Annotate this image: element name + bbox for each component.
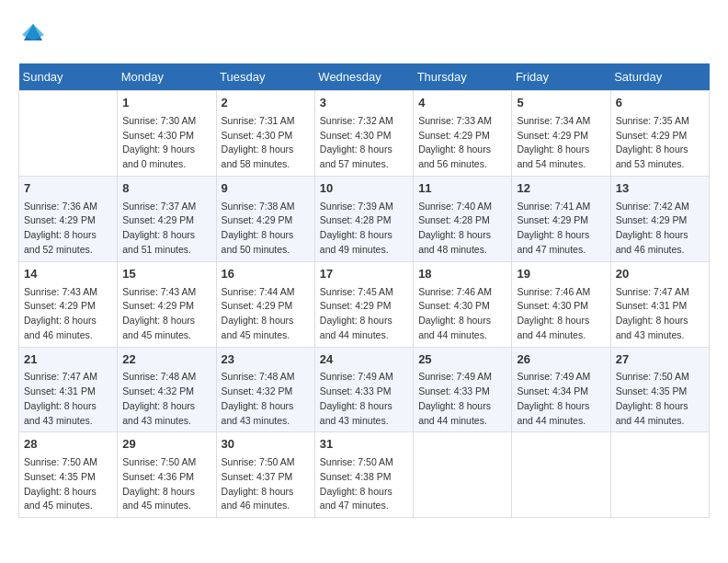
day-number: 27 — [616, 351, 704, 369]
calendar-day-cell — [610, 432, 709, 518]
day-info: Sunrise: 7:38 AMSunset: 4:29 PMDaylight:… — [222, 200, 310, 258]
calendar-day-cell: 25Sunrise: 7:49 AMSunset: 4:33 PMDayligh… — [414, 347, 512, 432]
day-number: 7 — [24, 180, 112, 198]
calendar-day-cell: 12Sunrise: 7:41 AMSunset: 4:29 PMDayligh… — [512, 176, 610, 261]
day-info: Sunrise: 7:44 AMSunset: 4:29 PMDaylight:… — [222, 285, 310, 343]
day-number: 5 — [517, 95, 605, 112]
day-info: Sunrise: 7:33 AMSunset: 4:29 PMDaylight:… — [418, 114, 506, 172]
day-number: 16 — [222, 266, 310, 283]
calendar-day-cell: 3Sunrise: 7:32 AMSunset: 4:30 PMDaylight… — [314, 91, 413, 177]
day-info: Sunrise: 7:46 AMSunset: 4:30 PMDaylight:… — [517, 285, 605, 343]
day-info: Sunrise: 7:48 AMSunset: 4:32 PMDaylight:… — [122, 370, 210, 428]
calendar-day-cell: 2Sunrise: 7:31 AMSunset: 4:30 PMDaylight… — [216, 91, 314, 177]
day-info: Sunrise: 7:32 AMSunset: 4:30 PMDaylight:… — [320, 114, 408, 172]
day-info: Sunrise: 7:49 AMSunset: 4:34 PMDaylight:… — [517, 370, 605, 428]
day-number: 18 — [418, 266, 506, 283]
calendar-day-cell: 23Sunrise: 7:48 AMSunset: 4:32 PMDayligh… — [216, 347, 314, 432]
day-info: Sunrise: 7:43 AMSunset: 4:29 PMDaylight:… — [122, 285, 210, 343]
day-number: 20 — [616, 266, 704, 283]
day-number: 26 — [517, 351, 605, 369]
calendar-day-cell: 31Sunrise: 7:50 AMSunset: 4:38 PMDayligh… — [314, 432, 413, 518]
day-info: Sunrise: 7:50 AMSunset: 4:35 PMDaylight:… — [616, 370, 704, 428]
calendar-day-cell: 22Sunrise: 7:48 AMSunset: 4:32 PMDayligh… — [118, 347, 216, 432]
page-header — [18, 18, 710, 49]
day-info: Sunrise: 7:49 AMSunset: 4:33 PMDaylight:… — [418, 370, 506, 428]
calendar-day-cell: 20Sunrise: 7:47 AMSunset: 4:31 PMDayligh… — [610, 261, 709, 347]
calendar-day-cell: 17Sunrise: 7:45 AMSunset: 4:29 PMDayligh… — [314, 261, 413, 347]
day-info: Sunrise: 7:36 AMSunset: 4:29 PMDaylight:… — [24, 200, 112, 258]
day-number: 24 — [320, 351, 408, 369]
day-number: 12 — [517, 180, 605, 198]
calendar-day-cell: 6Sunrise: 7:35 AMSunset: 4:29 PMDaylight… — [610, 91, 709, 177]
day-info: Sunrise: 7:31 AMSunset: 4:30 PMDaylight:… — [222, 114, 310, 172]
day-info: Sunrise: 7:49 AMSunset: 4:33 PMDaylight:… — [320, 370, 408, 428]
day-number: 17 — [320, 266, 408, 283]
day-info: Sunrise: 7:47 AMSunset: 4:31 PMDaylight:… — [24, 370, 112, 428]
calendar-day-cell: 16Sunrise: 7:44 AMSunset: 4:29 PMDayligh… — [216, 261, 314, 347]
day-number: 29 — [122, 436, 210, 454]
day-info: Sunrise: 7:39 AMSunset: 4:28 PMDaylight:… — [320, 200, 408, 258]
calendar-week-row: 7Sunrise: 7:36 AMSunset: 4:29 PMDaylight… — [19, 176, 710, 261]
calendar-day-cell: 26Sunrise: 7:49 AMSunset: 4:34 PMDayligh… — [512, 347, 610, 432]
calendar-week-row: 1Sunrise: 7:30 AMSunset: 4:30 PMDaylight… — [19, 91, 710, 177]
calendar-week-row: 28Sunrise: 7:50 AMSunset: 4:35 PMDayligh… — [19, 432, 710, 518]
day-number: 15 — [122, 266, 210, 283]
calendar-day-cell: 11Sunrise: 7:40 AMSunset: 4:28 PMDayligh… — [414, 176, 512, 261]
day-info: Sunrise: 7:50 AMSunset: 4:36 PMDaylight:… — [122, 455, 210, 513]
logo — [18, 18, 44, 49]
calendar-day-cell: 28Sunrise: 7:50 AMSunset: 4:35 PMDayligh… — [19, 432, 118, 518]
day-number: 13 — [616, 180, 704, 198]
day-number: 8 — [122, 180, 210, 198]
day-number: 23 — [222, 351, 310, 369]
day-number: 4 — [418, 95, 506, 112]
calendar-week-row: 21Sunrise: 7:47 AMSunset: 4:31 PMDayligh… — [19, 347, 710, 432]
calendar-day-cell: 10Sunrise: 7:39 AMSunset: 4:28 PMDayligh… — [314, 176, 413, 261]
day-number: 25 — [418, 351, 506, 369]
calendar-day-cell: 8Sunrise: 7:37 AMSunset: 4:29 PMDaylight… — [118, 176, 216, 261]
calendar-header: SundayMondayTuesdayWednesdayThursdayFrid… — [19, 63, 710, 91]
day-info: Sunrise: 7:50 AMSunset: 4:38 PMDaylight:… — [320, 455, 408, 513]
day-info: Sunrise: 7:34 AMSunset: 4:29 PMDaylight:… — [517, 114, 605, 172]
calendar-day-cell: 21Sunrise: 7:47 AMSunset: 4:31 PMDayligh… — [19, 347, 118, 432]
day-number: 22 — [122, 351, 210, 369]
day-number: 10 — [320, 180, 408, 198]
calendar-week-row: 14Sunrise: 7:43 AMSunset: 4:29 PMDayligh… — [19, 261, 710, 347]
weekday-header: Monday — [118, 63, 216, 91]
day-number: 1 — [122, 95, 210, 112]
day-number: 31 — [320, 436, 408, 454]
calendar-day-cell: 13Sunrise: 7:42 AMSunset: 4:29 PMDayligh… — [610, 176, 709, 261]
day-info: Sunrise: 7:47 AMSunset: 4:31 PMDaylight:… — [616, 285, 704, 343]
weekday-header: Thursday — [414, 63, 512, 91]
day-info: Sunrise: 7:35 AMSunset: 4:29 PMDaylight:… — [616, 114, 704, 172]
day-info: Sunrise: 7:43 AMSunset: 4:29 PMDaylight:… — [24, 285, 112, 343]
calendar-day-cell: 18Sunrise: 7:46 AMSunset: 4:30 PMDayligh… — [414, 261, 512, 347]
logo-icon — [20, 18, 46, 44]
day-number: 19 — [517, 266, 605, 283]
calendar-day-cell — [512, 432, 610, 518]
calendar-day-cell: 1Sunrise: 7:30 AMSunset: 4:30 PMDaylight… — [118, 91, 216, 177]
calendar-day-cell: 4Sunrise: 7:33 AMSunset: 4:29 PMDaylight… — [414, 91, 512, 177]
day-number: 11 — [418, 180, 506, 198]
day-info: Sunrise: 7:48 AMSunset: 4:32 PMDaylight:… — [222, 370, 310, 428]
weekday-header: Saturday — [610, 63, 709, 91]
calendar-day-cell: 30Sunrise: 7:50 AMSunset: 4:37 PMDayligh… — [216, 432, 314, 518]
day-info: Sunrise: 7:46 AMSunset: 4:30 PMDaylight:… — [418, 285, 506, 343]
day-number: 30 — [222, 436, 310, 454]
weekday-header: Friday — [512, 63, 610, 91]
day-info: Sunrise: 7:50 AMSunset: 4:35 PMDaylight:… — [24, 455, 112, 513]
day-info: Sunrise: 7:50 AMSunset: 4:37 PMDaylight:… — [222, 455, 310, 513]
day-number: 21 — [24, 351, 112, 369]
day-number: 14 — [24, 266, 112, 283]
weekday-header: Tuesday — [216, 63, 314, 91]
day-number: 28 — [24, 436, 112, 454]
calendar-day-cell: 15Sunrise: 7:43 AMSunset: 4:29 PMDayligh… — [118, 261, 216, 347]
day-info: Sunrise: 7:30 AMSunset: 4:30 PMDaylight:… — [122, 114, 210, 172]
day-info: Sunrise: 7:41 AMSunset: 4:29 PMDaylight:… — [517, 200, 605, 258]
calendar-day-cell: 7Sunrise: 7:36 AMSunset: 4:29 PMDaylight… — [19, 176, 118, 261]
calendar-day-cell: 27Sunrise: 7:50 AMSunset: 4:35 PMDayligh… — [610, 347, 709, 432]
calendar-day-cell: 5Sunrise: 7:34 AMSunset: 4:29 PMDaylight… — [512, 91, 610, 177]
calendar-day-cell: 19Sunrise: 7:46 AMSunset: 4:30 PMDayligh… — [512, 261, 610, 347]
calendar-day-cell: 24Sunrise: 7:49 AMSunset: 4:33 PMDayligh… — [314, 347, 413, 432]
calendar-table: SundayMondayTuesdayWednesdayThursdayFrid… — [18, 63, 710, 518]
day-number: 9 — [222, 180, 310, 198]
